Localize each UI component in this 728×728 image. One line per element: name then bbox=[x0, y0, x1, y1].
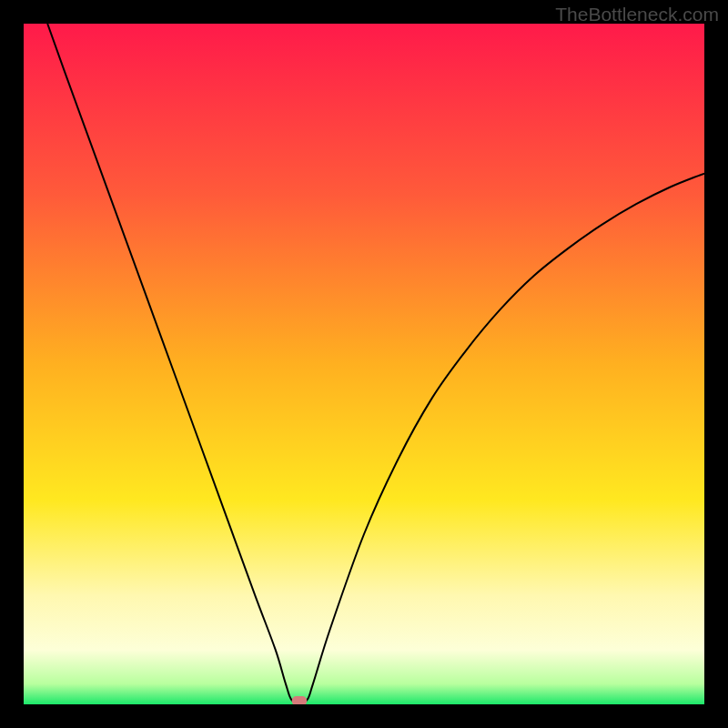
chart-svg bbox=[24, 24, 704, 704]
watermark-text: TheBottleneck.com bbox=[555, 4, 719, 25]
chart-container: TheBottleneck.com bbox=[0, 0, 728, 728]
plot-area bbox=[24, 24, 704, 704]
gradient-background bbox=[24, 24, 704, 704]
optimal-marker bbox=[292, 696, 307, 704]
